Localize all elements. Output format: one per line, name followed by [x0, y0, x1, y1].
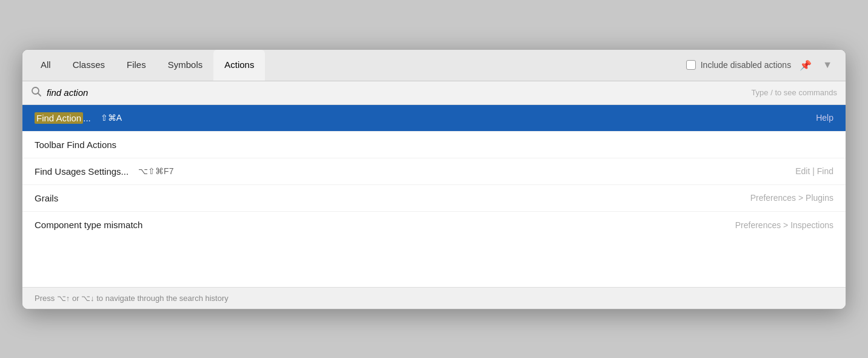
- search-everywhere-window: All Classes Files Symbols Actions Includ…: [22, 49, 846, 309]
- filter-icon[interactable]: ▼: [820, 58, 835, 72]
- tab-files[interactable]: Files: [116, 50, 157, 81]
- result-item-component-mismatch[interactable]: Component type mismatch Preferences > In…: [22, 212, 846, 238]
- result-category-component-mismatch: Preferences > Inspections: [735, 220, 833, 230]
- result-item-find-action[interactable]: Find Action... ⇧⌘A Help: [22, 105, 846, 132]
- result-name-toolbar: Toolbar Find Actions: [35, 140, 116, 150]
- result-left: Component type mismatch: [35, 220, 152, 230]
- result-item-grails[interactable]: Grails Preferences > Plugins: [22, 185, 846, 212]
- include-disabled-label: Include disabled actions: [701, 60, 791, 70]
- result-name-grails: Grails: [35, 193, 58, 203]
- result-left: Toolbar Find Actions: [35, 140, 126, 150]
- result-name-find-action: Find Action...: [35, 113, 91, 123]
- result-category-grails: Preferences > Plugins: [750, 193, 833, 203]
- result-name-component-mismatch: Component type mismatch: [35, 220, 142, 230]
- status-text: Press ⌥↑ or ⌥↓ to navigate through the s…: [35, 294, 229, 303]
- results-list: Find Action... ⇧⌘A Help Toolbar Find Act…: [22, 105, 846, 238]
- search-hint: Type / to see commands: [751, 88, 837, 97]
- tab-symbols[interactable]: Symbols: [157, 50, 214, 81]
- include-disabled-checkbox[interactable]: [686, 60, 696, 70]
- result-highlight-text: Find Action: [35, 112, 83, 124]
- tab-all[interactable]: All: [30, 50, 62, 81]
- include-disabled-option[interactable]: Include disabled actions: [686, 60, 791, 70]
- result-item-toolbar-find-actions[interactable]: Toolbar Find Actions: [22, 132, 846, 158]
- result-item-find-usages[interactable]: Find Usages Settings... ⌥⇧⌘F7 Edit | Fin…: [22, 158, 846, 185]
- empty-space: [22, 238, 846, 287]
- tab-classes[interactable]: Classes: [62, 50, 116, 81]
- result-category-find-action: Help: [816, 113, 833, 123]
- search-input[interactable]: [47, 87, 746, 98]
- result-left: Find Action... ⇧⌘A: [35, 113, 122, 123]
- search-bar: Type / to see commands: [22, 81, 846, 105]
- result-shortcut-find-action: ⇧⌘A: [101, 113, 122, 123]
- svg-line-1: [38, 93, 41, 96]
- pin-icon[interactable]: 📌: [797, 58, 814, 72]
- result-category-find-usages: Edit | Find: [795, 166, 833, 176]
- tab-bar: All Classes Files Symbols Actions Includ…: [22, 50, 846, 81]
- result-name-find-usages: Find Usages Settings...: [35, 166, 129, 177]
- status-bar: Press ⌥↑ or ⌥↓ to navigate through the s…: [22, 287, 846, 309]
- search-icon: [31, 86, 42, 100]
- result-shortcut-find-usages: ⌥⇧⌘F7: [138, 166, 173, 176]
- tab-bar-right: Include disabled actions 📌 ▼: [686, 50, 838, 81]
- result-left: Find Usages Settings... ⌥⇧⌘F7: [35, 166, 173, 177]
- result-left: Grails: [35, 193, 68, 203]
- tab-actions[interactable]: Actions: [213, 50, 265, 81]
